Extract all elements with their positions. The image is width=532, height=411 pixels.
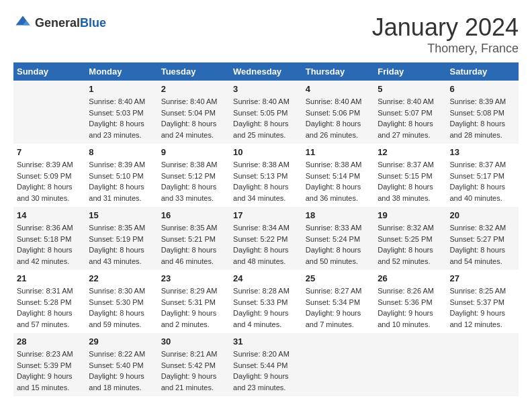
title-block: January 2024 Thomery, France — [372, 13, 519, 56]
calendar-header-row: SundayMondayTuesdayWednesdayThursdayFrid… — [13, 62, 519, 81]
day-number: 17 — [233, 210, 299, 220]
day-number: 21 — [17, 273, 82, 283]
day-info: Sunrise: 8:28 AMSunset: 5:33 PMDaylight:… — [233, 285, 299, 330]
calendar-cell: 7Sunrise: 8:39 AMSunset: 5:09 PMDaylight… — [13, 144, 85, 207]
week-row-3: 14Sunrise: 8:36 AMSunset: 5:18 PMDayligh… — [13, 207, 519, 270]
calendar-cell: 19Sunrise: 8:32 AMSunset: 5:25 PMDayligh… — [374, 207, 446, 270]
day-number: 6 — [450, 84, 516, 94]
day-number: 13 — [450, 147, 516, 157]
day-info: Sunrise: 8:34 AMSunset: 5:22 PMDaylight:… — [233, 222, 299, 267]
calendar-cell: 2Sunrise: 8:40 AMSunset: 5:04 PMDaylight… — [158, 81, 230, 144]
day-number: 24 — [233, 273, 299, 283]
day-info: Sunrise: 8:36 AMSunset: 5:18 PMDaylight:… — [17, 222, 82, 267]
calendar-cell: 16Sunrise: 8:35 AMSunset: 5:21 PMDayligh… — [158, 207, 230, 270]
day-info: Sunrise: 8:39 AMSunset: 5:10 PMDaylight:… — [89, 159, 154, 203]
day-info: Sunrise: 8:40 AMSunset: 5:03 PMDaylight:… — [89, 96, 154, 140]
day-info: Sunrise: 8:27 AMSunset: 5:34 PMDaylight:… — [306, 285, 371, 330]
calendar-cell: 27Sunrise: 8:25 AMSunset: 5:37 PMDayligh… — [447, 270, 519, 333]
day-number: 22 — [89, 273, 154, 283]
day-info: Sunrise: 8:32 AMSunset: 5:25 PMDaylight:… — [378, 222, 443, 267]
day-number: 28 — [17, 336, 82, 347]
day-number: 10 — [233, 147, 299, 157]
day-number: 9 — [161, 147, 226, 157]
day-number: 26 — [378, 273, 443, 283]
day-info: Sunrise: 8:35 AMSunset: 5:19 PMDaylight:… — [89, 222, 154, 267]
calendar-cell — [374, 333, 446, 396]
day-info: Sunrise: 8:40 AMSunset: 5:04 PMDaylight:… — [161, 96, 226, 140]
calendar-cell: 21Sunrise: 8:31 AMSunset: 5:28 PMDayligh… — [13, 270, 85, 333]
calendar-cell: 31Sunrise: 8:20 AMSunset: 5:44 PMDayligh… — [230, 333, 302, 396]
location-title: Thomery, France — [372, 42, 519, 56]
logo: GeneralBlue — [13, 13, 106, 32]
calendar-table: SundayMondayTuesdayWednesdayThursdayFrid… — [13, 62, 519, 396]
page-header: GeneralBlue January 2024 Thomery, France — [13, 13, 519, 56]
day-number: 14 — [17, 210, 82, 220]
calendar-cell: 28Sunrise: 8:23 AMSunset: 5:39 PMDayligh… — [13, 333, 85, 396]
day-info: Sunrise: 8:40 AMSunset: 5:05 PMDaylight:… — [233, 96, 299, 140]
day-number: 25 — [306, 273, 371, 283]
calendar-cell: 18Sunrise: 8:33 AMSunset: 5:24 PMDayligh… — [302, 207, 374, 270]
calendar-cell: 24Sunrise: 8:28 AMSunset: 5:33 PMDayligh… — [230, 270, 302, 333]
day-info: Sunrise: 8:35 AMSunset: 5:21 PMDaylight:… — [161, 222, 226, 267]
day-info: Sunrise: 8:25 AMSunset: 5:37 PMDaylight:… — [450, 285, 516, 330]
day-info: Sunrise: 8:21 AMSunset: 5:42 PMDaylight:… — [161, 349, 226, 393]
calendar-cell: 11Sunrise: 8:38 AMSunset: 5:14 PMDayligh… — [302, 144, 374, 207]
day-info: Sunrise: 8:31 AMSunset: 5:28 PMDaylight:… — [17, 285, 82, 330]
day-header-tuesday: Tuesday — [158, 62, 230, 81]
day-number: 11 — [306, 147, 371, 157]
calendar-cell: 22Sunrise: 8:30 AMSunset: 5:30 PMDayligh… — [85, 270, 157, 333]
day-info: Sunrise: 8:33 AMSunset: 5:24 PMDaylight:… — [306, 222, 371, 267]
week-row-4: 21Sunrise: 8:31 AMSunset: 5:28 PMDayligh… — [13, 270, 519, 333]
day-header-wednesday: Wednesday — [230, 62, 302, 81]
calendar-body: 1Sunrise: 8:40 AMSunset: 5:03 PMDaylight… — [13, 81, 519, 396]
day-number: 3 — [233, 84, 299, 94]
week-row-5: 28Sunrise: 8:23 AMSunset: 5:39 PMDayligh… — [13, 333, 519, 396]
day-info: Sunrise: 8:39 AMSunset: 5:09 PMDaylight:… — [17, 159, 82, 203]
calendar-cell: 4Sunrise: 8:40 AMSunset: 5:06 PMDaylight… — [302, 81, 374, 144]
calendar-cell: 12Sunrise: 8:37 AMSunset: 5:15 PMDayligh… — [374, 144, 446, 207]
day-number: 16 — [161, 210, 226, 220]
calendar-cell — [13, 81, 85, 144]
calendar-cell: 13Sunrise: 8:37 AMSunset: 5:17 PMDayligh… — [447, 144, 519, 207]
calendar-cell: 5Sunrise: 8:40 AMSunset: 5:07 PMDaylight… — [374, 81, 446, 144]
day-info: Sunrise: 8:32 AMSunset: 5:27 PMDaylight:… — [450, 222, 516, 267]
logo-general: General — [35, 16, 80, 30]
calendar-cell — [302, 333, 374, 396]
day-info: Sunrise: 8:40 AMSunset: 5:07 PMDaylight:… — [378, 96, 443, 140]
day-number: 4 — [306, 84, 371, 94]
day-number: 12 — [378, 147, 443, 157]
day-info: Sunrise: 8:23 AMSunset: 5:39 PMDaylight:… — [17, 349, 82, 393]
day-header-sunday: Sunday — [13, 62, 85, 81]
day-number: 8 — [89, 147, 154, 157]
day-number: 5 — [378, 84, 443, 94]
day-header-monday: Monday — [85, 62, 157, 81]
day-number: 31 — [233, 336, 299, 347]
month-title: January 2024 — [372, 13, 519, 42]
logo-blue-text: Blue — [80, 16, 106, 30]
day-number: 1 — [89, 84, 154, 94]
day-number: 23 — [161, 273, 226, 283]
day-info: Sunrise: 8:38 AMSunset: 5:13 PMDaylight:… — [233, 159, 299, 203]
calendar-cell: 17Sunrise: 8:34 AMSunset: 5:22 PMDayligh… — [230, 207, 302, 270]
calendar-cell: 26Sunrise: 8:26 AMSunset: 5:36 PMDayligh… — [374, 270, 446, 333]
day-info: Sunrise: 8:20 AMSunset: 5:44 PMDaylight:… — [233, 349, 299, 393]
day-number: 18 — [306, 210, 371, 220]
day-number: 30 — [161, 336, 226, 347]
day-number: 2 — [161, 84, 226, 94]
week-row-2: 7Sunrise: 8:39 AMSunset: 5:09 PMDaylight… — [13, 144, 519, 207]
day-header-thursday: Thursday — [302, 62, 374, 81]
day-number: 19 — [378, 210, 443, 220]
day-number: 27 — [450, 273, 516, 283]
calendar-cell: 30Sunrise: 8:21 AMSunset: 5:42 PMDayligh… — [158, 333, 230, 396]
day-number: 29 — [89, 336, 154, 347]
calendar-cell: 29Sunrise: 8:22 AMSunset: 5:40 PMDayligh… — [85, 333, 157, 396]
day-info: Sunrise: 8:38 AMSunset: 5:12 PMDaylight:… — [161, 159, 226, 203]
day-number: 15 — [89, 210, 154, 220]
calendar-cell: 3Sunrise: 8:40 AMSunset: 5:05 PMDaylight… — [230, 81, 302, 144]
calendar-cell: 25Sunrise: 8:27 AMSunset: 5:34 PMDayligh… — [302, 270, 374, 333]
calendar-cell: 15Sunrise: 8:35 AMSunset: 5:19 PMDayligh… — [85, 207, 157, 270]
day-info: Sunrise: 8:29 AMSunset: 5:31 PMDaylight:… — [161, 285, 226, 330]
day-info: Sunrise: 8:22 AMSunset: 5:40 PMDaylight:… — [89, 349, 154, 393]
day-info: Sunrise: 8:40 AMSunset: 5:06 PMDaylight:… — [306, 96, 371, 140]
calendar-cell — [447, 333, 519, 396]
